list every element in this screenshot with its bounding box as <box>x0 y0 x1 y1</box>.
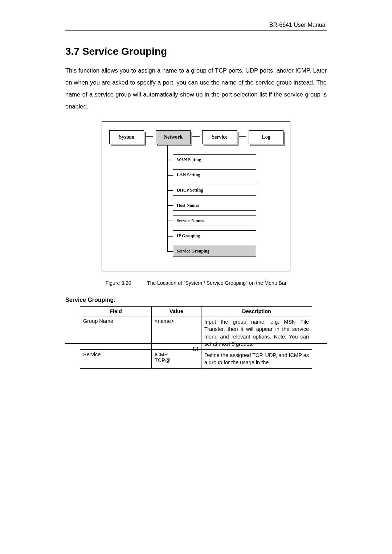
submenu-dhcp-setting: DHCP Setting <box>173 185 283 196</box>
section-paragraph: This function allows you to assign a nam… <box>65 65 327 112</box>
tab-log: Log <box>249 130 283 143</box>
th-description: Description <box>201 307 312 316</box>
th-value: Value <box>152 307 201 316</box>
tab-row: System Network Service Log <box>109 130 283 143</box>
tab-service: Service <box>202 130 236 143</box>
figure-label: Figure 3.20 <box>106 280 131 286</box>
doc-title: BR-6641 User Manual <box>269 22 327 28</box>
page-header: BR-6641 User Manual <box>65 22 327 31</box>
vertical-connector <box>167 145 168 251</box>
submenu-lan-setting: LAN Setting <box>173 169 283 180</box>
figure-text: The Location of "System / Service Groupi… <box>147 280 286 286</box>
section-heading: 3.7 Service Grouping <box>65 46 327 57</box>
submenu-wan-setting: WAN Setting <box>173 154 283 165</box>
connector-line <box>239 136 246 137</box>
figure-caption: Figure 3.20 The Location of "System / Se… <box>65 280 327 286</box>
submenu-service-names: Service Names <box>173 215 283 226</box>
menu-diagram: System Network Service Log WAN Setti <box>102 121 290 271</box>
page-footer: 51 <box>65 343 327 353</box>
submenu-area: WAN Setting LAN Setting DHCP Setting Hos… <box>109 146 283 257</box>
submenu-service-grouping: Service Grouping <box>173 246 283 257</box>
connector-line <box>146 136 153 137</box>
th-field: Field <box>80 307 152 316</box>
tab-system: System <box>109 130 143 143</box>
table-heading: Service Grouping: <box>65 297 327 303</box>
connector-line <box>192 136 200 137</box>
service-grouping-table: Field Value Description Group Name <name… <box>80 306 312 369</box>
manual-page: BR-6641 User Manual 3.7 Service Grouping… <box>0 0 392 554</box>
tab-network: Network <box>156 130 190 143</box>
table-header-row: Field Value Description <box>80 307 312 316</box>
submenu-host-names: Host Names <box>173 200 283 211</box>
submenu-ip-grouping: IP Grouping <box>173 230 283 241</box>
page-number: 51 <box>193 346 199 352</box>
